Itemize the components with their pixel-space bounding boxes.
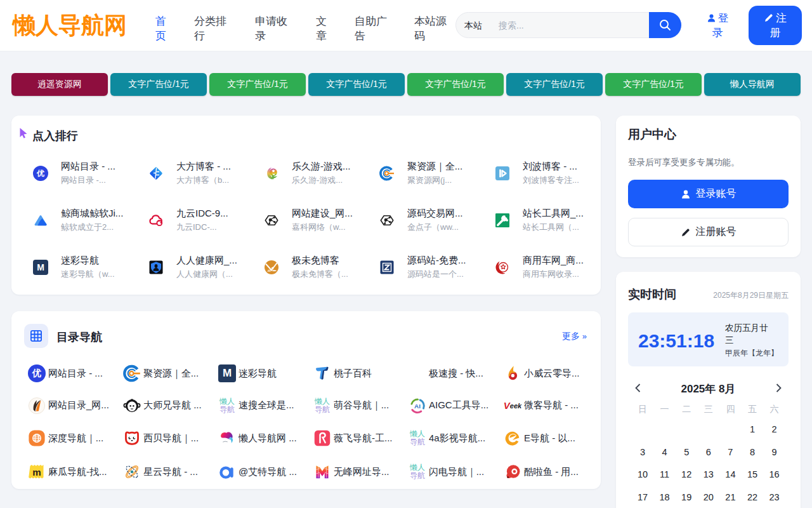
svg-text:m: m <box>32 467 41 478</box>
svg-text:AI: AI <box>414 402 421 409</box>
